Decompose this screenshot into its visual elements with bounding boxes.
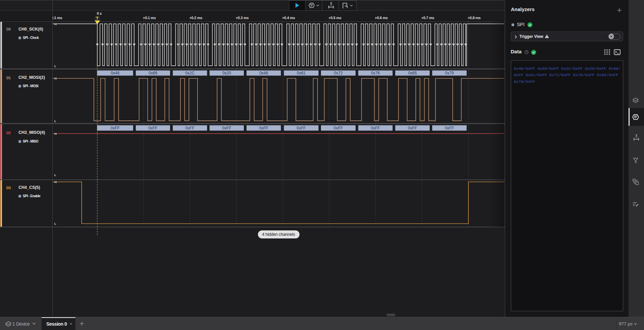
svg-text:0x65: 0x65 xyxy=(408,71,417,75)
svg-text:0xFF: 0xFF xyxy=(334,126,343,130)
svg-text:0x69: 0x69 xyxy=(149,71,157,75)
svg-text:0xFF: 0xFF xyxy=(259,126,268,130)
svg-text:0xFF: 0xFF xyxy=(445,126,454,130)
svg-text:0x61: 0x61 xyxy=(297,71,306,75)
svg-text:0x72: 0x72 xyxy=(334,71,342,75)
svg-text:0xFF: 0xFF xyxy=(371,126,380,130)
svg-text:0x79: 0x79 xyxy=(445,71,454,75)
svg-text:0x48: 0x48 xyxy=(111,71,119,75)
svg-text:0x20: 0x20 xyxy=(222,71,231,75)
svg-text:0xFF: 0xFF xyxy=(297,126,306,130)
svg-text:0xFF: 0xFF xyxy=(408,126,417,130)
svg-text:0x76: 0x76 xyxy=(371,71,380,75)
svg-text:0xFF: 0xFF xyxy=(185,126,195,130)
svg-text:0x48: 0x48 xyxy=(259,71,268,75)
svg-text:0xFF: 0xFF xyxy=(111,126,120,130)
svg-text:0x2C: 0x2C xyxy=(185,71,195,75)
svg-text:0xFF: 0xFF xyxy=(148,126,157,130)
svg-text:0xFF: 0xFF xyxy=(222,126,231,130)
